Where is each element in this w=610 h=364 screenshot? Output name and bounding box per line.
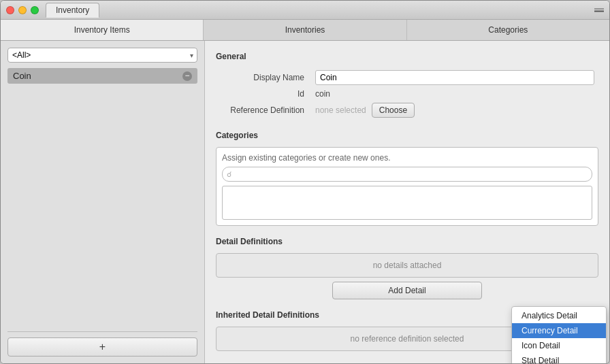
sidebar-item-label: Coin <box>13 71 31 81</box>
dropdown-item-currency[interactable]: Currency Detail <box>512 323 606 338</box>
sidebar-filter-wrapper: <All> ▾ <box>7 48 197 63</box>
tab-bar: Inventory Items Inventories Categories <box>1 20 609 41</box>
detail-panel: General Display Name Id coin <box>205 41 609 363</box>
ref-def-label: Reference Definition <box>216 101 311 120</box>
id-value-cell: coin <box>311 87 598 101</box>
categories-search-input[interactable] <box>222 167 592 182</box>
categories-box: Assign existing categories or create new… <box>216 147 598 226</box>
add-item-button[interactable]: + <box>7 337 197 357</box>
tab-categories[interactable]: Categories <box>407 20 609 40</box>
sidebar: <All> ▾ Coin − + <box>1 41 205 363</box>
sidebar-list: Coin − <box>7 68 197 326</box>
traffic-lights <box>6 6 39 14</box>
detail-definitions-section: Detail Definitions no details attached A… <box>216 237 598 299</box>
display-name-label: Display Name <box>216 68 311 87</box>
id-value: coin <box>315 89 330 99</box>
add-detail-button[interactable]: Add Detail <box>332 282 482 299</box>
general-form: Display Name Id coin Reference Definitio… <box>216 68 598 120</box>
sidebar-filter-select[interactable]: <All> <box>7 48 197 63</box>
close-button[interactable] <box>6 6 14 14</box>
categories-list[interactable] <box>222 186 592 220</box>
main-content: <All> ▾ Coin − + General Displa <box>1 41 609 363</box>
categories-description: Assign existing categories or create new… <box>222 153 592 163</box>
display-name-row: Display Name <box>216 68 598 87</box>
choose-button[interactable]: Choose <box>372 103 415 118</box>
sidebar-footer: + <box>7 331 197 357</box>
general-section: General Display Name Id coin <box>216 52 598 120</box>
display-name-input-cell <box>311 68 598 87</box>
maximize-button[interactable] <box>31 6 39 14</box>
id-label: Id <box>216 87 311 101</box>
ref-def-value-cell: none selected Choose <box>311 101 598 120</box>
detail-definitions-title: Detail Definitions <box>216 237 598 246</box>
menu-icon[interactable] <box>594 8 604 12</box>
title-bar: Inventory <box>1 1 609 20</box>
dropdown-item-icon[interactable]: Icon Detail <box>512 338 606 353</box>
categories-section: Categories Assign existing categories or… <box>216 131 598 226</box>
detail-definitions-empty: no details attached <box>216 253 598 278</box>
main-window: Inventory Inventory Items Inventories Ca… <box>0 0 610 364</box>
remove-item-button[interactable]: − <box>182 71 192 81</box>
id-row: Id coin <box>216 87 598 101</box>
minimize-button[interactable] <box>18 6 27 14</box>
display-name-input[interactable] <box>315 70 594 85</box>
categories-search-wrapper: ☌ <box>222 167 592 182</box>
ref-def-row: Reference Definition none selected Choos… <box>216 101 598 120</box>
general-title: General <box>216 52 598 61</box>
add-detail-dropdown: Analytics Detail Currency Detail Icon De… <box>511 306 607 363</box>
dropdown-item-analytics[interactable]: Analytics Detail <box>512 308 606 323</box>
title-bar-tabs: Inventory <box>46 3 99 18</box>
tab-inventories[interactable]: Inventories <box>204 20 406 40</box>
dropdown-item-stat[interactable]: Stat Detail <box>512 353 606 363</box>
search-icon: ☌ <box>227 170 231 179</box>
list-item[interactable]: Coin − <box>7 68 197 84</box>
categories-title: Categories <box>216 131 598 140</box>
ref-def-placeholder: none selected <box>315 105 366 115</box>
tab-inventory-items[interactable]: Inventory Items <box>1 20 204 40</box>
window-title-tab[interactable]: Inventory <box>46 3 99 18</box>
